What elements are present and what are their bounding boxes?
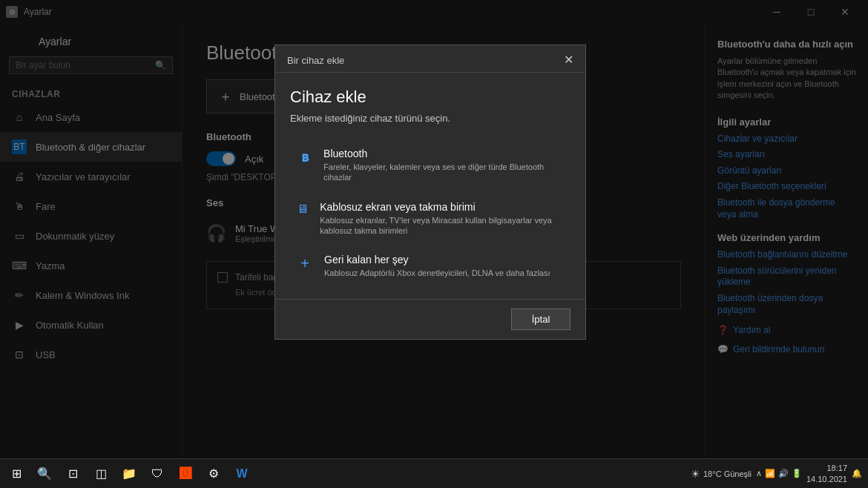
dialog-option-bluetooth[interactable]: ʙ Bluetooth Fareler, klavyeler, kalemler… [290,139,571,192]
dialog-option-wireless-desc: Kablosuz ekranlar, TV'ler veya Miracast … [320,215,565,237]
add-device-dialog: Bir cihaz ekle ✕ Cihaz ekle Ekleme isted… [274,44,586,340]
dialog-body: Cihaz ekle Ekleme istediğiniz cihaz türü… [275,73,585,299]
network-icon: 📶 [765,469,775,478]
taskbar-right: ☀ 18°C Güneşli ∧ 📶 🔊 🔋 18:17 14.10.2021 … [691,463,868,484]
dialog-title: Cihaz ekle [290,88,571,107]
dialog-titlebar-text: Bir cihaz ekle [287,55,344,66]
dialog-overlay: Bir cihaz ekle ✕ Cihaz ekle Ekleme isted… [0,0,868,458]
dialog-cancel-button[interactable]: İptal [511,309,571,330]
task-view-button[interactable]: ⊡ [59,461,86,487]
word-icon[interactable]: W [228,461,255,487]
start-button[interactable]: ⊞ [3,461,30,487]
widgets-button[interactable]: ◫ [88,461,114,487]
taskbar: ⊞ 🔍 ⊡ ◫ 📁 🛡 🅾 ⚙ W ☀ 18°C Güneşli ∧ 📶 🔊 🔋… [0,458,868,488]
dialog-option-other-desc: Kablosuz Adaptörlü Xbox denetleyicileri,… [324,268,550,278]
battery-icon: 🔋 [792,469,802,478]
date-display: 14.10.2021 [806,474,847,484]
settings-window: ⚙ Ayarlar ─ □ ✕ Ayarlar 🔍 Cihazlar ⌂ Ana… [0,0,868,458]
weather-text: 18°C Güneşli [703,469,752,478]
other-device-icon: + [296,255,314,272]
speaker-icon: 🔊 [778,469,789,478]
dialog-option-bluetooth-title: Bluetooth [323,148,565,159]
clock-widget: 18:17 14.10.2021 [806,463,847,484]
shield-taskbar-icon[interactable]: 🛡 [144,461,171,487]
file-explorer-button[interactable]: 📁 [116,461,142,487]
system-tray-icons: ∧ 📶 🔊 🔋 [756,469,802,478]
wireless-display-icon: 🖥 [296,202,309,216]
dialog-option-other-text: Geri kalan her şey Kablosuz Adaptörlü Xb… [324,254,550,278]
dialog-subtitle: Ekleme istediğiniz cihaz türünü seçin. [290,113,571,124]
search-button[interactable]: 🔍 [31,461,58,487]
sun-icon: ☀ [691,468,700,480]
dialog-option-other-title: Geri kalan her şey [324,254,550,266]
dialog-option-wireless-text: Kablosuz ekran veya takma birimi Kablosu… [320,201,565,237]
dialog-option-wireless-title: Kablosuz ekran veya takma birimi [320,201,565,213]
weather-widget: ☀ 18°C Güneşli [691,468,752,480]
time-display: 18:17 [806,463,847,473]
dialog-titlebar: Bir cihaz ekle ✕ [275,45,585,73]
chevron-icon[interactable]: ∧ [756,469,762,478]
dialog-option-bluetooth-desc: Fareler, klavyeler, kalemler veya ses ve… [323,162,565,183]
bluetooth-option-icon: ʙ [296,149,313,165]
notification-icon[interactable]: 🔔 [852,469,862,478]
settings-taskbar-icon[interactable]: ⚙ [200,461,227,487]
dialog-option-bluetooth-text: Bluetooth Fareler, klavyeler, kalemler v… [323,148,565,183]
dialog-option-other[interactable]: + Geri kalan her şey Kablosuz Adaptörlü … [290,245,571,287]
dialog-close-button[interactable]: ✕ [564,54,573,66]
dialog-footer: İptal [275,299,585,339]
taskbar-left: ⊞ 🔍 ⊡ ◫ 📁 🛡 🅾 ⚙ W [0,461,255,487]
dialog-option-wireless-display[interactable]: 🖥 Kablosuz ekran veya takma birimi Kablo… [290,192,571,245]
opera-icon[interactable]: 🅾 [172,461,199,487]
